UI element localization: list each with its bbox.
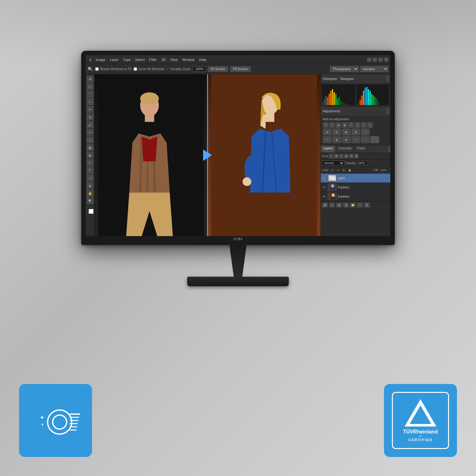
- canvas[interactable]: [95, 74, 321, 236]
- tool-eyedropper[interactable]: ✒: [87, 106, 94, 113]
- tool-healing[interactable]: ⊕: [87, 114, 94, 121]
- menu-item-view[interactable]: View: [169, 57, 180, 62]
- adj-invert[interactable]: ◐: [332, 136, 341, 143]
- eyecare-circle: [46, 408, 72, 433]
- adj-selective-color[interactable]: ▧: [351, 129, 360, 136]
- kind-type[interactable]: T: [339, 154, 343, 158]
- tab-channels[interactable]: Channels: [336, 145, 354, 153]
- layers-tabs-scrollbar[interactable]: [388, 146, 390, 153]
- fill-screen-button[interactable]: Fill Screen: [230, 66, 251, 72]
- svg-rect-42: [374, 97, 375, 105]
- link-layers-btn[interactable]: 🔗: [322, 202, 328, 208]
- tab-paths[interactable]: Paths: [354, 145, 368, 153]
- kind-adjust[interactable]: ◑: [334, 154, 338, 158]
- tool-move[interactable]: ✥: [87, 76, 94, 83]
- adj-solid-color[interactable]: ■: [342, 136, 351, 143]
- adj-grey-box: [370, 136, 379, 143]
- restore-button[interactable]: □: [373, 57, 377, 62]
- workspace-select-2[interactable]: tography: [360, 66, 388, 72]
- menu-item-3d[interactable]: 3D: [160, 57, 168, 62]
- menu-item-window[interactable]: Window: [180, 57, 196, 62]
- menu-item-help[interactable]: Help: [197, 57, 208, 62]
- menubar: it Image Layer Type Select Filter 3D Vie…: [86, 55, 390, 64]
- kind-shape[interactable]: ■: [344, 154, 348, 158]
- adj-gradient-map[interactable]: ▦: [342, 129, 351, 136]
- kind-toggle[interactable]: ◉: [354, 154, 359, 158]
- opacity-input[interactable]: [357, 161, 368, 165]
- adj-posterize[interactable]: ✏: [323, 136, 332, 143]
- tool-shape[interactable]: ■: [87, 182, 94, 189]
- adj-exposure[interactable]: ◑: [335, 122, 341, 128]
- fx-btn[interactable]: fx: [329, 202, 335, 208]
- fit-screen-button[interactable]: Fit Screen: [208, 66, 228, 72]
- lock-pixel[interactable]: ✏: [336, 168, 340, 172]
- thumb-fashion2: [328, 193, 337, 200]
- svg-rect-21: [334, 92, 335, 105]
- adj-curves[interactable]: ⌒: [329, 122, 335, 128]
- visibility-fashion2[interactable]: 👁: [322, 194, 327, 199]
- adj-threshold[interactable]: ▥: [332, 129, 341, 136]
- visibility-paint[interactable]: 👁: [322, 176, 327, 180]
- blend-mode-select[interactable]: Normal: [322, 161, 344, 166]
- close-button[interactable]: ✕: [384, 57, 388, 62]
- menu-item-edit[interactable]: it: [88, 57, 93, 62]
- zoom-all-windows-checkbox[interactable]: [134, 67, 137, 70]
- visibility-fashion1[interactable]: 👁: [322, 185, 327, 189]
- tool-blur[interactable]: ◉: [87, 152, 94, 159]
- tool-zoom[interactable]: 🔍: [87, 197, 94, 204]
- adj-channel-mixer[interactable]: □: [361, 129, 370, 136]
- group-btn[interactable]: 📁: [350, 202, 356, 208]
- tool-select[interactable]: ▭: [87, 83, 94, 90]
- adj-blackwhite[interactable]: ▽: [361, 122, 367, 128]
- tool-clone[interactable]: ✂: [87, 129, 94, 136]
- workspace-select-1[interactable]: Photography: [330, 66, 359, 72]
- adj-brightness[interactable]: ☀: [323, 122, 328, 128]
- tool-eraser[interactable]: ◻: [87, 136, 94, 143]
- adjustments-header[interactable]: Adjustments: [321, 107, 390, 116]
- tab-layers[interactable]: Layers: [321, 145, 336, 153]
- zoom-percent-input[interactable]: 100%: [193, 66, 206, 72]
- menu-item-layer[interactable]: Layer: [108, 57, 121, 62]
- tool-pen[interactable]: ✏: [87, 159, 94, 166]
- tool-brush[interactable]: 🖌: [87, 121, 94, 128]
- lock-move[interactable]: ✥: [342, 168, 346, 172]
- minimize-button[interactable]: —: [367, 57, 371, 62]
- adj-vibrance[interactable]: ◆: [342, 122, 347, 128]
- menu-item-select[interactable]: Select: [133, 57, 147, 62]
- adjustments-scrollbar[interactable]: [387, 108, 388, 114]
- adj-photofilter[interactable]: ▽: [367, 122, 373, 128]
- foreground-color[interactable]: [87, 207, 94, 214]
- svg-rect-23: [337, 99, 338, 105]
- svg-point-51: [48, 410, 72, 434]
- adj-btn[interactable]: ◑: [343, 202, 349, 208]
- lock-position[interactable]: ⊡: [330, 168, 335, 172]
- adj-gradient-fill[interactable]: ▪: [351, 136, 360, 143]
- mask-btn[interactable]: ◉: [336, 202, 342, 208]
- restore-button2[interactable]: □: [378, 57, 383, 62]
- tool-hand[interactable]: ✋: [87, 190, 94, 197]
- fill-input[interactable]: [379, 168, 389, 172]
- histogram-header[interactable]: Histogram Navigator: [321, 74, 390, 83]
- layer-row-paint[interactable]: 👁 paint: [321, 174, 390, 183]
- tool-path[interactable]: ◁: [87, 175, 94, 182]
- adj-colorbalance[interactable]: ▽: [354, 122, 360, 128]
- adj-hue[interactable]: ▽: [348, 122, 354, 128]
- layer-row-fashion1[interactable]: 👁 Fashion: [321, 183, 390, 192]
- adj-pattern[interactable]: ▫: [361, 136, 370, 143]
- kind-pixel[interactable]: ▪: [329, 154, 333, 158]
- delete-layer-btn[interactable]: 🗑: [364, 202, 370, 208]
- lock-all[interactable]: 🔒: [347, 168, 352, 172]
- menu-item-type[interactable]: Type: [121, 57, 133, 62]
- kind-smart[interactable]: ⌘: [349, 154, 354, 158]
- resize-windows-checkbox[interactable]: [95, 67, 98, 70]
- menu-item-image[interactable]: Image: [94, 57, 108, 62]
- tool-text[interactable]: T: [87, 167, 94, 174]
- histogram-scrollbar[interactable]: [387, 76, 388, 82]
- new-layer-btn[interactable]: +: [357, 202, 363, 208]
- menu-item-filter[interactable]: Filter: [147, 57, 159, 62]
- layer-row-fashion2[interactable]: 👁 Fashion: [321, 192, 390, 201]
- tool-lasso[interactable]: ⌒: [87, 91, 94, 98]
- tool-gradient[interactable]: ▦: [87, 144, 94, 151]
- tool-crop[interactable]: ⊹: [87, 98, 94, 105]
- adj-levels[interactable]: ▤: [323, 129, 332, 136]
